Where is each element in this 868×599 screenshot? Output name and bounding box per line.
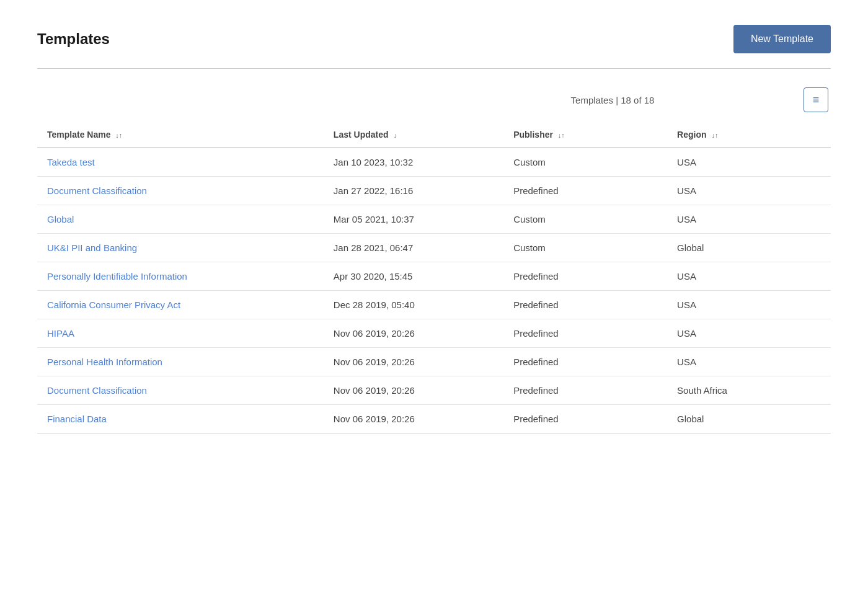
row-publisher-cell: Predefined bbox=[503, 262, 667, 291]
row-region-cell: USA bbox=[667, 319, 831, 348]
row-name-cell: HIPAA bbox=[37, 319, 324, 348]
table-row: UK&I PII and BankingJan 28 2021, 06:47Cu… bbox=[37, 234, 831, 262]
row-publisher-cell: Predefined bbox=[503, 291, 667, 319]
row-publisher-cell: Predefined bbox=[503, 319, 667, 348]
row-updated-cell: Dec 28 2019, 05:40 bbox=[324, 291, 503, 319]
row-name-cell: Financial Data bbox=[37, 405, 324, 433]
row-name-cell: California Consumer Privacy Act bbox=[37, 291, 324, 319]
filter-icon: ≡ bbox=[813, 94, 820, 107]
row-name-cell: Document Classification bbox=[37, 177, 324, 205]
filter-button[interactable]: ≡ bbox=[804, 87, 828, 112]
table-header-row: Template Name ↓↑ Last Updated ↓ Publishe… bbox=[37, 122, 831, 148]
table-count: Templates | 18 of 18 bbox=[422, 95, 804, 105]
template-name-link[interactable]: HIPAA bbox=[47, 328, 74, 339]
row-publisher-cell: Custom bbox=[503, 148, 667, 177]
row-updated-cell: Nov 06 2019, 20:26 bbox=[324, 405, 503, 433]
publisher-sort-icon: ↓↑ bbox=[558, 131, 565, 139]
table-row: California Consumer Privacy ActDec 28 20… bbox=[37, 291, 831, 319]
updated-sort-icon: ↓ bbox=[393, 131, 397, 139]
template-name-link[interactable]: Document Classification bbox=[47, 385, 147, 396]
table-body: Takeda testJan 10 2023, 10:32CustomUSADo… bbox=[37, 148, 831, 433]
row-region-cell: USA bbox=[667, 262, 831, 291]
name-sort-icon: ↓↑ bbox=[115, 131, 122, 139]
row-publisher-cell: Predefined bbox=[503, 405, 667, 433]
row-publisher-cell: Predefined bbox=[503, 177, 667, 205]
row-updated-cell: Apr 30 2020, 15:45 bbox=[324, 262, 503, 291]
template-name-link[interactable]: Takeda test bbox=[47, 157, 95, 167]
template-name-link[interactable]: California Consumer Privacy Act bbox=[47, 300, 180, 310]
template-name-link[interactable]: UK&I PII and Banking bbox=[47, 242, 137, 253]
row-updated-cell: Mar 05 2021, 10:37 bbox=[324, 205, 503, 234]
row-region-cell: USA bbox=[667, 148, 831, 177]
row-updated-cell: Nov 06 2019, 20:26 bbox=[324, 319, 503, 348]
row-name-cell: Personal Health Information bbox=[37, 348, 324, 376]
table-row: GlobalMar 05 2021, 10:37CustomUSA bbox=[37, 205, 831, 234]
row-publisher-cell: Predefined bbox=[503, 376, 667, 405]
header-divider bbox=[37, 68, 831, 69]
table-row: Personally Identifiable InformationApr 3… bbox=[37, 262, 831, 291]
row-region-cell: Global bbox=[667, 234, 831, 262]
new-template-button[interactable]: New Template bbox=[733, 25, 831, 53]
col-header-name[interactable]: Template Name ↓↑ bbox=[37, 122, 324, 148]
row-name-cell: UK&I PII and Banking bbox=[37, 234, 324, 262]
template-name-link[interactable]: Personal Health Information bbox=[47, 357, 162, 367]
row-region-cell: USA bbox=[667, 205, 831, 234]
row-region-cell: USA bbox=[667, 291, 831, 319]
page-header: Templates New Template bbox=[37, 25, 831, 53]
col-header-region[interactable]: Region ↓↑ bbox=[667, 122, 831, 148]
templates-table-container: Template Name ↓↑ Last Updated ↓ Publishe… bbox=[37, 122, 831, 433]
table-row: Personal Health InformationNov 06 2019, … bbox=[37, 348, 831, 376]
row-name-cell: Document Classification bbox=[37, 376, 324, 405]
templates-table: Template Name ↓↑ Last Updated ↓ Publishe… bbox=[37, 122, 831, 433]
row-updated-cell: Jan 10 2023, 10:32 bbox=[324, 148, 503, 177]
row-name-cell: Personally Identifiable Information bbox=[37, 262, 324, 291]
row-publisher-cell: Custom bbox=[503, 234, 667, 262]
template-name-link[interactable]: Document Classification bbox=[47, 185, 147, 196]
row-name-cell: Global bbox=[37, 205, 324, 234]
template-name-link[interactable]: Personally Identifiable Information bbox=[47, 271, 187, 282]
row-updated-cell: Nov 06 2019, 20:26 bbox=[324, 348, 503, 376]
row-name-cell: Takeda test bbox=[37, 148, 324, 177]
table-row: Document ClassificationNov 06 2019, 20:2… bbox=[37, 376, 831, 405]
col-header-updated[interactable]: Last Updated ↓ bbox=[324, 122, 503, 148]
page-wrapper: Templates New Template Templates | 18 of… bbox=[0, 0, 868, 599]
row-region-cell: South Africa bbox=[667, 376, 831, 405]
table-row: Financial DataNov 06 2019, 20:26Predefin… bbox=[37, 405, 831, 433]
table-head: Template Name ↓↑ Last Updated ↓ Publishe… bbox=[37, 122, 831, 148]
table-row: Takeda testJan 10 2023, 10:32CustomUSA bbox=[37, 148, 831, 177]
template-name-link[interactable]: Financial Data bbox=[47, 414, 107, 424]
row-region-cell: USA bbox=[667, 348, 831, 376]
row-publisher-cell: Custom bbox=[503, 205, 667, 234]
table-row: HIPAANov 06 2019, 20:26PredefinedUSA bbox=[37, 319, 831, 348]
row-region-cell: USA bbox=[667, 177, 831, 205]
table-header-area: Templates | 18 of 18 ≡ bbox=[37, 87, 831, 112]
page-title: Templates bbox=[37, 30, 110, 48]
row-publisher-cell: Predefined bbox=[503, 348, 667, 376]
row-updated-cell: Jan 28 2021, 06:47 bbox=[324, 234, 503, 262]
region-sort-icon: ↓↑ bbox=[711, 131, 718, 139]
row-region-cell: Global bbox=[667, 405, 831, 433]
row-updated-cell: Jan 27 2022, 16:16 bbox=[324, 177, 503, 205]
col-header-publisher[interactable]: Publisher ↓↑ bbox=[503, 122, 667, 148]
template-name-link[interactable]: Global bbox=[47, 214, 74, 224]
row-updated-cell: Nov 06 2019, 20:26 bbox=[324, 376, 503, 405]
table-row: Document ClassificationJan 27 2022, 16:1… bbox=[37, 177, 831, 205]
